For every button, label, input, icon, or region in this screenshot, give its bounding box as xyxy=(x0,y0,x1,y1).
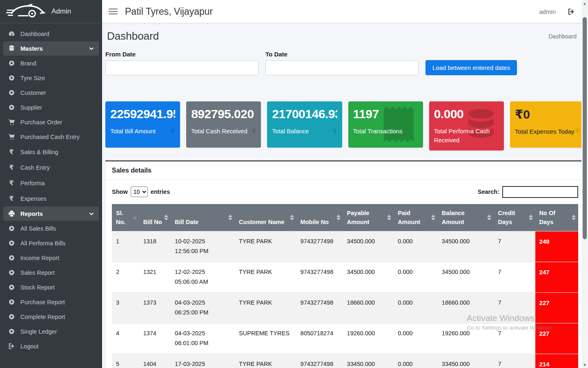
sidebar-item-label: Sales & Billing xyxy=(20,149,58,155)
cell-mobile_no: 9743277498 xyxy=(296,293,343,323)
vertical-scrollbar[interactable]: ▲ ▼ xyxy=(581,0,588,368)
cell-credit_days: 7 xyxy=(494,231,535,262)
sidebar-item-cash-entry[interactable]: ₹Cash Entry xyxy=(3,160,99,175)
sidebar-item-reports[interactable]: Reports xyxy=(3,206,99,221)
stat-label: Total Bill Amount xyxy=(110,127,175,136)
scroll-up-icon[interactable]: ▲ xyxy=(583,0,587,7)
stat-value: 21700146.930 xyxy=(272,107,337,121)
rupee-icon: ₹ xyxy=(7,195,16,202)
sidebar-item-all-sales-bills[interactable]: All Sales Bills xyxy=(3,221,99,236)
sidebar-item-expenses[interactable]: ₹Expenses xyxy=(3,191,99,206)
cell-mobile_no: 9743277498 xyxy=(296,354,343,368)
cell-no_of_days: 249 xyxy=(535,231,578,262)
sidebar-item-single-ledger[interactable]: Single Ledger xyxy=(3,324,99,339)
sidebar-item-supplier[interactable]: Supplier xyxy=(3,100,99,114)
from-date-input[interactable] xyxy=(105,61,258,75)
sidebar-item-brand[interactable]: Brand xyxy=(3,56,99,70)
column-label: Sl. No. xyxy=(116,210,125,225)
sales-panel: Sales details Show 10 entries Search: xyxy=(105,160,585,368)
content: Dashboard Dashboard From Date To Date Lo… xyxy=(102,23,588,368)
sidebar-item-sales-report[interactable]: Sales Report xyxy=(3,265,99,280)
sidebar-item-stock-report[interactable]: Stock Report xyxy=(3,280,99,294)
show-entries-group: Show 10 entries xyxy=(112,186,170,197)
column-header-credit-days[interactable]: Credit Days xyxy=(494,204,535,231)
cell-customer_name: TYRE PARK xyxy=(235,231,296,262)
to-date-field: To Date xyxy=(265,51,419,75)
hamburger-icon[interactable] xyxy=(109,9,118,14)
sidebar-item-complete-report[interactable]: Complete Report xyxy=(3,310,99,324)
stat-card-total-expenses-today: ₹0Total Expenses Today₹ xyxy=(510,101,585,148)
sidebar-item-all-performa-bills[interactable]: All Performa Bills xyxy=(3,236,99,250)
column-header-balance-amount[interactable]: Balance Amount xyxy=(438,204,494,231)
sidebar-item-purchase-order[interactable]: Purchase Order xyxy=(3,115,99,129)
cell-bill_date: 10-02-202512:56:00 PM xyxy=(171,231,235,262)
cell-balance_amount: 19260.000 xyxy=(438,323,494,354)
cell-bill_date: 04-03-202506:25:00 PM xyxy=(171,293,235,323)
cell-paid_amount: 0.000 xyxy=(394,293,438,323)
cell-balance_amount: 18660.000 xyxy=(438,293,494,323)
column-header-bill-no[interactable]: Bill No xyxy=(139,204,171,231)
breadcrumb[interactable]: Dashboard xyxy=(549,33,584,40)
sidebar-item-performa[interactable]: ₹Performa xyxy=(3,175,99,191)
column-header-sl-no[interactable]: Sl. No. xyxy=(112,204,139,231)
scrollbar-thumb[interactable] xyxy=(583,17,587,239)
cell-mobile_no: 8050718274 xyxy=(296,323,343,354)
sign-out-icon[interactable] xyxy=(567,8,575,16)
cell-no_of_days: 227 xyxy=(535,293,578,323)
sort-icons xyxy=(387,215,391,220)
cell-credit_days: 7 xyxy=(494,262,535,293)
cell-no_of_days: 214 xyxy=(535,354,578,368)
search-input[interactable] xyxy=(502,186,578,198)
stat-label: Total Performa Cash Received xyxy=(434,127,499,145)
cell-bill_date: 17-03-202502:58:00 AM xyxy=(171,354,235,368)
column-header-customer-name[interactable]: Customer Name xyxy=(235,204,296,231)
sidebar-item-dashboard[interactable]: Dashboard xyxy=(3,27,99,41)
stat-card-total-balance: 21700146.930Total Balance₹ xyxy=(267,101,342,148)
sort-icons xyxy=(572,215,576,220)
sidebar-item-masters[interactable]: Masters xyxy=(3,41,99,56)
cell-credit_days: 7 xyxy=(494,323,535,354)
table-row: 5140417-03-202502:58:00 AMTYRE PARK97432… xyxy=(112,354,578,368)
sidebar-item-logout[interactable]: Logout xyxy=(3,339,99,353)
column-header-no-of-days[interactable]: No Of Days xyxy=(535,204,578,231)
sort-icons xyxy=(164,215,168,220)
circle-dot-icon xyxy=(7,313,16,320)
scroll-down-icon[interactable]: ▼ xyxy=(583,361,587,368)
cell-sl: 2 xyxy=(112,262,139,293)
sidebar-item-customer[interactable]: Customer xyxy=(3,85,99,100)
cell-bill_no: 1374 xyxy=(139,323,171,354)
column-header-payable-amount[interactable]: Payable Amount xyxy=(343,204,394,231)
load-dates-button[interactable]: Load between entered dates xyxy=(425,60,517,75)
sidebar-item-label: Complete Report xyxy=(20,314,65,320)
sidebar-item-purchased-cash-entry[interactable]: Purchased Cash Entry xyxy=(3,130,99,144)
column-header-mobile-no[interactable]: Mobile No xyxy=(296,204,343,231)
sidebar-item-tyre-size[interactable]: Tyre Size xyxy=(3,71,99,85)
column-header-bill-date[interactable]: Bill Date xyxy=(171,204,235,231)
column-header-paid-amount[interactable]: Paid Amount xyxy=(394,204,438,231)
circle-dot-icon xyxy=(7,240,16,247)
circle-dot-icon xyxy=(7,269,16,276)
user-menu[interactable]: admin xyxy=(539,8,556,15)
brand-header[interactable]: Admin xyxy=(0,0,102,23)
sidebar-item-purchase-report[interactable]: Purchase Report xyxy=(3,295,99,309)
column-label: Payable Amount xyxy=(347,210,370,225)
cell-customer_name: SUPREME TYRES xyxy=(235,323,296,354)
stat-value: ₹0 xyxy=(515,107,580,121)
entries-select[interactable]: 10 xyxy=(131,186,148,197)
app-window: Admin DashboardMastersBrandTyre SizeCust… xyxy=(0,0,588,368)
brand-label: Admin xyxy=(51,7,71,16)
circle-dot-icon xyxy=(7,298,16,305)
column-label: Credit Days xyxy=(498,210,515,225)
column-label: No Of Days xyxy=(539,210,555,225)
to-date-input[interactable] xyxy=(265,61,419,75)
sort-icons xyxy=(336,215,341,220)
topbar: Patil Tyres, Vijayapur admin xyxy=(102,0,588,23)
rupee-icon: ₹ xyxy=(7,179,16,187)
sidebar-item-sales-billing[interactable]: ₹Sales & Billing xyxy=(3,144,99,159)
sidebar-item-label: Reports xyxy=(20,211,43,217)
sidebar-item-income-report[interactable]: Income Report xyxy=(3,251,99,265)
circle-dot-icon xyxy=(7,225,16,232)
cell-payable_amount: 34500.000 xyxy=(343,262,394,293)
to-date-label: To Date xyxy=(265,51,419,58)
stat-value: 1197 xyxy=(353,107,418,121)
